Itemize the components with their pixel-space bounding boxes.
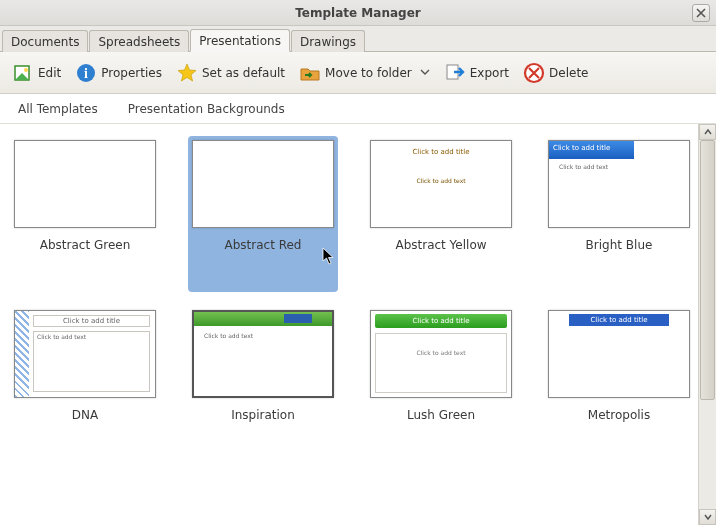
set-default-label: Set as default <box>202 66 285 80</box>
template-metropolis[interactable]: Click to add title Click to add text Met… <box>544 306 694 426</box>
thumb-dna: Click to add title Click to add text <box>14 310 156 398</box>
tab-drawings[interactable]: Drawings <box>291 30 365 52</box>
export-button[interactable]: Export <box>444 62 509 84</box>
thumb-lush-green: Click to add title Click to add text <box>370 310 512 398</box>
template-lush-green[interactable]: Click to add title Click to add text Lus… <box>366 306 516 426</box>
tab-spreadsheets[interactable]: Spreadsheets <box>89 30 189 52</box>
delete-label: Delete <box>549 66 588 80</box>
export-label: Export <box>470 66 509 80</box>
content-area: Click to add title Abstract Green Click … <box>0 124 716 525</box>
tab-documents[interactable]: Documents <box>2 30 88 52</box>
tab-row: Documents Spreadsheets Presentations Dra… <box>0 26 716 52</box>
chevron-up-icon <box>704 128 712 136</box>
edit-button[interactable]: Edit <box>12 62 61 84</box>
delete-button[interactable]: Delete <box>523 62 588 84</box>
close-icon <box>696 8 706 18</box>
chevron-down-icon <box>704 513 712 521</box>
scroll-up-button[interactable] <box>699 124 716 140</box>
template-dna[interactable]: Click to add title Click to add text DNA <box>10 306 160 426</box>
info-icon: i <box>75 62 97 84</box>
template-inspiration[interactable]: Click to add text Inspiration <box>188 306 338 426</box>
template-label: DNA <box>72 408 98 422</box>
vertical-scrollbar[interactable] <box>698 124 716 525</box>
breadcrumb-root[interactable]: All Templates <box>18 102 98 116</box>
edit-icon <box>12 62 34 84</box>
star-icon <box>176 62 198 84</box>
edit-label: Edit <box>38 66 61 80</box>
template-abstract-yellow[interactable]: Click to add title Click to add text Abs… <box>366 136 516 292</box>
breadcrumb: All Templates Presentation Backgrounds <box>0 94 716 124</box>
thumb-metropolis: Click to add title Click to add text <box>548 310 690 398</box>
svg-point-1 <box>24 68 28 72</box>
export-icon <box>444 62 466 84</box>
thumb-abstract-green: Click to add title <box>14 140 156 228</box>
template-bright-blue[interactable]: Click to add title Click to add text Bri… <box>544 136 694 292</box>
toolbar: Edit i Properties Set as default Move to… <box>0 52 716 94</box>
template-label: Abstract Green <box>40 238 131 252</box>
template-label: Abstract Red <box>225 238 302 252</box>
template-grid: Click to add title Abstract Green Click … <box>0 124 698 525</box>
move-label: Move to folder <box>325 66 412 80</box>
window-title: Template Manager <box>295 6 420 20</box>
template-abstract-red[interactable]: Click to add title Abstract Red <box>188 136 338 292</box>
thumb-abstract-red: Click to add title <box>192 140 334 228</box>
template-label: Abstract Yellow <box>395 238 486 252</box>
properties-label: Properties <box>101 66 162 80</box>
thumb-bright-blue: Click to add title Click to add text <box>548 140 690 228</box>
template-label: Metropolis <box>588 408 650 422</box>
thumb-abstract-yellow: Click to add title Click to add text <box>370 140 512 228</box>
move-to-folder-button[interactable]: Move to folder <box>299 62 430 84</box>
thumb-inspiration: Click to add text <box>192 310 334 398</box>
breadcrumb-folder[interactable]: Presentation Backgrounds <box>128 102 285 116</box>
delete-icon <box>523 62 545 84</box>
svg-text:i: i <box>84 66 88 81</box>
properties-button[interactable]: i Properties <box>75 62 162 84</box>
scroll-down-button[interactable] <box>699 509 716 525</box>
title-bar: Template Manager <box>0 0 716 26</box>
folder-move-icon <box>299 62 321 84</box>
set-default-button[interactable]: Set as default <box>176 62 285 84</box>
close-button[interactable] <box>692 4 710 22</box>
chevron-down-icon <box>420 66 430 80</box>
template-label: Lush Green <box>407 408 475 422</box>
template-label: Inspiration <box>231 408 295 422</box>
template-abstract-green[interactable]: Click to add title Abstract Green <box>10 136 160 292</box>
template-label: Bright Blue <box>586 238 653 252</box>
tab-presentations[interactable]: Presentations <box>190 29 290 52</box>
scrollbar-track[interactable] <box>699 140 716 509</box>
scrollbar-thumb[interactable] <box>700 140 715 400</box>
